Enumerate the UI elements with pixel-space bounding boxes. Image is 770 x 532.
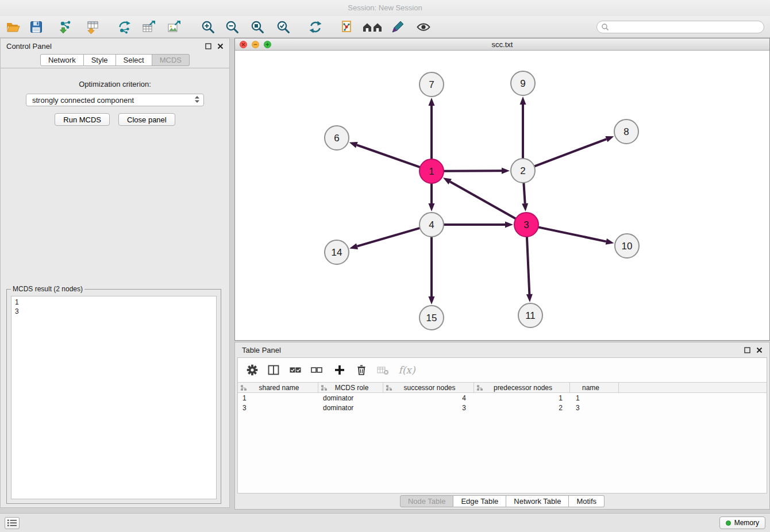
zoom-selected-button[interactable] [274,18,293,36]
tab-select[interactable]: Select [116,54,152,66]
close-table-panel-icon[interactable] [756,347,763,353]
apply-style-button[interactable] [388,18,407,36]
close-panel-button[interactable]: Close panel [118,113,175,126]
float-panel-icon[interactable] [205,43,211,49]
graph-edge-arrow-icon [520,97,526,105]
table-cell[interactable]: 3 [238,404,318,412]
graph-node-label: 10 [622,241,633,252]
save-session-button[interactable] [26,18,46,36]
criterion-dropdown[interactable]: strongly connected component [26,94,204,106]
tab-edge-table[interactable]: Edge Table [453,495,506,507]
delete-table-button[interactable] [374,361,391,379]
graph-node-4[interactable]: 4 [419,213,444,237]
close-control-panel-icon[interactable] [217,43,224,49]
graph-node-label: 7 [429,79,434,90]
tab-motifs[interactable]: Motifs [569,495,605,507]
column-header-shared-name[interactable]: shared name [238,383,318,392]
show-panels-button[interactable] [360,18,384,36]
import-network-button[interactable] [55,18,75,36]
graph-edge[interactable] [357,228,420,246]
panel-splitter[interactable] [230,38,234,508]
task-history-button[interactable] [5,517,20,529]
graph-edge[interactable] [523,183,525,203]
tab-node-table[interactable]: Node Table [400,495,454,507]
memory-status-dot [726,521,731,526]
graph-node-3[interactable]: 3 [514,213,538,237]
select-all-icon [289,364,302,376]
table-cell[interactable]: 1 [570,394,619,402]
export-image-button[interactable] [164,18,184,36]
graph-node-9[interactable]: 9 [511,71,535,95]
select-all-columns-button[interactable] [287,361,304,379]
table-cell[interactable]: dominator [318,404,383,412]
run-mcds-button[interactable]: Run MCDS [55,113,110,126]
table-settings-button[interactable] [244,361,261,379]
search-box[interactable] [596,21,764,33]
tab-mcds[interactable]: MCDS [152,54,190,66]
export-table-button[interactable] [139,18,159,36]
graph-node-15[interactable]: 15 [419,306,444,330]
column-header-successor-nodes[interactable]: successor nodes [383,383,474,392]
tab-network-table[interactable]: Network Table [506,495,569,507]
style-brush-icon [390,20,405,34]
tab-network[interactable]: Network [40,54,84,66]
graph-node-10[interactable]: 10 [615,234,639,258]
graph-node-2[interactable]: 2 [511,159,535,183]
table-row[interactable]: 3 dominator 3 2 3 [238,403,767,413]
table-cell[interactable]: 3 [570,404,619,412]
graph-node-6[interactable]: 6 [325,126,349,150]
export-network-button[interactable] [115,18,134,36]
table-cell[interactable]: dominator [318,394,383,402]
float-table-panel-icon[interactable] [744,347,750,353]
network-window-titlebar: scc.txt [235,38,769,51]
table-cell[interactable]: 1 [238,394,318,402]
memory-button[interactable]: Memory [719,516,765,529]
window-zoom-button[interactable] [264,41,271,48]
graph-node-11[interactable]: 11 [518,303,542,327]
zoom-fit-button[interactable] [248,18,267,36]
tab-style[interactable]: Style [84,54,116,66]
graph-node-1[interactable]: 1 [419,159,444,183]
column-header-predecessor-nodes[interactable]: predecessor nodes [474,383,570,392]
column-header-mcds-role[interactable]: MCDS role [318,383,383,392]
graph-edge[interactable] [444,171,502,171]
search-input[interactable] [611,23,764,31]
open-session-button[interactable] [3,18,23,36]
delete-column-button[interactable] [353,361,370,379]
apply-layout-button[interactable] [306,18,325,36]
table-row[interactable]: 1 dominator 4 1 1 [238,393,767,403]
mcds-result-text[interactable]: 1 3 [11,296,217,499]
graph-node-7[interactable]: 7 [419,72,444,97]
network-graph[interactable]: 7968124314101511 [235,51,769,340]
zoom-in-button[interactable] [198,18,218,36]
zoom-out-button[interactable] [222,18,242,36]
table-cell[interactable]: 4 [383,394,474,402]
graph-edge[interactable] [357,145,420,167]
column-header-name[interactable]: name [570,383,619,392]
show-columns-button[interactable] [265,361,282,379]
control-panel: Control Panel Network Style Select MCDS … [0,38,230,508]
table-cell[interactable]: 1 [474,394,570,402]
graph-node-14[interactable]: 14 [325,240,349,264]
deselect-all-columns-button[interactable] [308,361,325,379]
graph-edge[interactable] [527,237,529,294]
graph-edge[interactable] [538,227,606,241]
graph-edge-arrow-icon [349,142,358,148]
optimization-criterion-label: Optimization criterion: [1,80,229,88]
table-cell[interactable]: 3 [383,404,474,412]
delete-column-icon [355,364,368,376]
window-minimize-button[interactable] [252,41,259,48]
graph-node-8[interactable]: 8 [614,119,638,144]
mcds-result-group: MCDS result (2 nodes) 1 3 [6,285,221,504]
graph-edge[interactable] [450,182,515,219]
create-column-button[interactable] [331,361,348,379]
function-builder-button[interactable]: f(x) [396,361,418,379]
dropdown-arrows-icon [194,95,200,103]
graphics-details-button[interactable] [414,18,433,36]
import-table-button[interactable] [83,18,102,36]
window-close-button[interactable] [240,41,247,48]
table-cell[interactable]: 2 [474,404,570,412]
graph-node-label: 14 [332,247,342,258]
graph-edge[interactable] [534,139,607,167]
first-neighbors-button[interactable] [337,18,357,36]
